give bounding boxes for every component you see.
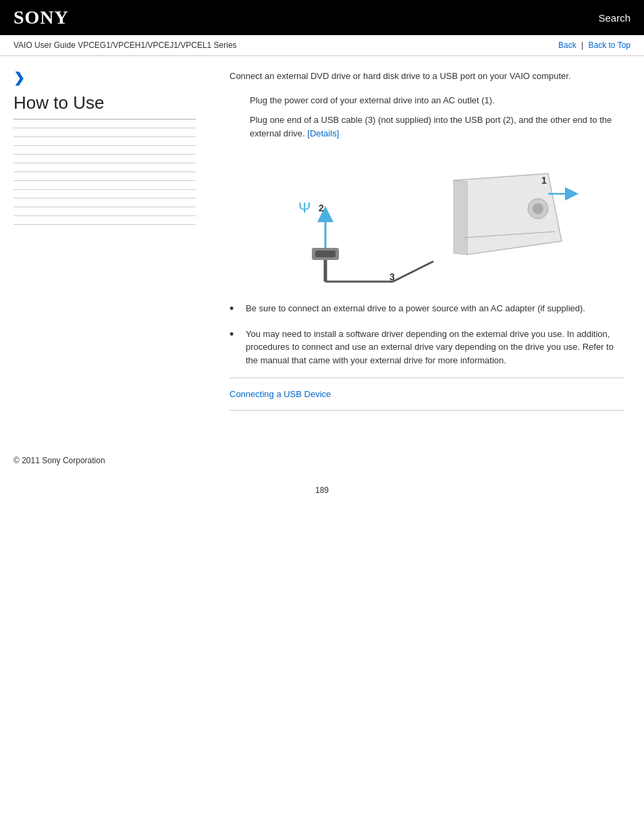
- bullet-dot-2: •: [230, 328, 242, 342]
- section-divider-1: [230, 377, 624, 378]
- copyright: © 2011 Sony Corporation: [14, 456, 105, 465]
- bullet-item-2: • You may need to install a software dri…: [230, 328, 624, 367]
- svg-line-13: [393, 261, 433, 282]
- navbar: VAIO User Guide VPCEG1/VPCEH1/VPCEJ1/VPC…: [0, 35, 644, 56]
- content-area: Connect an external DVD drive or hard di…: [209, 56, 644, 435]
- sidebar-divider-11: [14, 215, 196, 216]
- svg-text:2: 2: [319, 203, 324, 213]
- search-button[interactable]: Search: [598, 12, 630, 24]
- bullet-item-1: • Be sure to connect an external drive t…: [230, 302, 624, 317]
- sidebar-title: How to Use: [14, 93, 196, 120]
- sidebar-divider-10: [14, 207, 196, 207]
- back-link[interactable]: Back: [558, 41, 576, 50]
- connecting-usb-link[interactable]: Connecting a USB Device: [230, 389, 624, 399]
- bullet-dot-1: •: [230, 302, 242, 317]
- chevron-right-icon: ❯: [14, 70, 196, 86]
- svg-marker-8: [454, 180, 467, 255]
- footer: © 2011 Sony Corporation: [0, 435, 644, 472]
- details-link[interactable]: [Details]: [307, 128, 339, 138]
- breadcrumb: VAIO User Guide VPCEG1/VPCEH1/VPCEJ1/VPC…: [14, 41, 237, 50]
- sidebar-divider-7: [14, 180, 196, 181]
- sony-logo: SONY: [14, 7, 69, 28]
- separator: |: [581, 41, 583, 50]
- bullet-section: • Be sure to connect an external drive t…: [230, 302, 624, 367]
- sidebar-divider-2: [14, 136, 196, 137]
- step2-body: Plug one end of a USB cable (3) (not sup…: [250, 115, 612, 138]
- bullet-text-1: Be sure to connect an external drive to …: [246, 302, 585, 315]
- step2-text: Plug one end of a USB cable (3) (not sup…: [250, 113, 624, 140]
- sidebar-divider-6: [14, 172, 196, 172]
- svg-text:Ψ: Ψ: [298, 199, 311, 216]
- sidebar-divider-12: [14, 224, 196, 225]
- nav-links: Back | Back to Top: [558, 41, 630, 50]
- bullet-text-2: You may need to install a software drive…: [246, 328, 624, 367]
- sidebar-divider-8: [14, 189, 196, 190]
- page-number: 189: [0, 472, 644, 502]
- back-to-top-link[interactable]: Back to Top: [589, 41, 630, 50]
- intro-paragraph: Connect an external DVD drive or hard di…: [230, 70, 624, 83]
- main-layout: ❯ How to Use Connect an external DVD dri…: [0, 56, 644, 435]
- sidebar-divider-5: [14, 163, 196, 163]
- svg-rect-2: [315, 251, 336, 257]
- usb-connection-svg: Ψ 2: [258, 153, 595, 288]
- sidebar-divider-4: [14, 154, 196, 155]
- sidebar-divider-3: [14, 145, 196, 146]
- sidebar-divider-1: [14, 128, 196, 128]
- header: SONY Search: [0, 0, 644, 35]
- usb-diagram: Ψ 2: [230, 153, 624, 288]
- svg-text:1: 1: [541, 175, 547, 186]
- step1-text: Plug the power cord of your external dri…: [250, 94, 624, 107]
- sidebar-divider-9: [14, 198, 196, 199]
- svg-point-10: [533, 203, 543, 214]
- section-divider-2: [230, 410, 624, 411]
- sidebar: ❯ How to Use: [0, 56, 209, 435]
